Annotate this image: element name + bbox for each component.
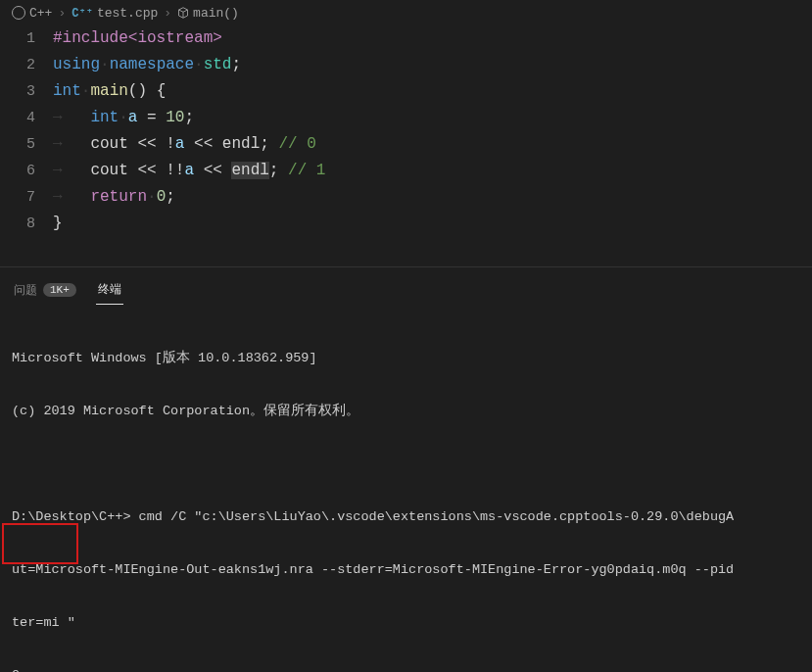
breadcrumb-symbol[interactable]: main() [177,6,239,21]
line-number: 5 [0,131,35,158]
code-line: int·main() { [53,78,812,105]
line-number: 2 [0,52,35,78]
line-number: 7 [0,184,35,211]
line-number: 6 [0,158,35,184]
panel-tabs: 问题 1K+ 终端 [0,273,812,305]
breadcrumb-file[interactable]: C⁺⁺ test.cpp [72,6,158,21]
terminal-line: ut=Microsoft-MIEngine-Out-eakns1wj.nra -… [12,561,800,579]
terminal-line: 0 [12,667,800,672]
line-number: 8 [0,211,35,237]
code-line: #include<iostream> [53,25,812,52]
bottom-panel: 问题 1K+ 终端 Microsoft Windows [版本 10.0.183… [0,266,812,672]
tab-terminal[interactable]: 终端 [96,277,123,305]
tab-terminal-label: 终端 [98,281,121,298]
code-line: → int·a = 10; [53,105,812,131]
tab-problems-label: 问题 [14,282,37,299]
tab-problems[interactable]: 问题 1K+ [12,278,78,305]
code-line: → return·0; [53,184,812,211]
terminal-line [12,456,800,473]
breadcrumb-symbol-label: main() [193,6,239,21]
line-number: 4 [0,105,35,131]
line-number: 1 [0,25,35,52]
chevron-right-icon: › [58,6,66,21]
problems-count-badge: 1K+ [43,283,76,297]
terminal-line: (c) 2019 Microsoft Corporation。保留所有权利。 [12,403,800,420]
terminal-output[interactable]: Microsoft Windows [版本 10.0.18362.959] (c… [0,305,812,672]
terminal-line: ter=mi " [12,614,800,632]
cpp-icon: C⁺⁺ [72,6,93,21]
chevron-right-icon: › [164,6,171,21]
line-number: 3 [0,78,35,105]
code-line: → cout << !a << endl; // 0 [53,131,812,158]
code-line: → cout << !!a << endl; // 1 [53,158,812,184]
circle-icon [12,6,25,20]
breadcrumb-lang-label: C++ [29,6,52,21]
code-content[interactable]: #include<iostream> using·namespace·std; … [53,25,812,237]
line-gutter: 1 2 3 4 5 6 7 8 [0,25,53,237]
cube-icon [177,7,189,19]
breadcrumb-lang[interactable]: C++ [12,6,52,21]
code-line: using·namespace·std; [53,52,812,78]
breadcrumb: C++ › C⁺⁺ test.cpp › main() [0,0,812,25]
highlight-box [2,523,78,564]
terminal-line: Microsoft Windows [版本 10.0.18362.959] [12,350,800,367]
breadcrumb-file-label: test.cpp [97,6,158,21]
code-editor[interactable]: 1 2 3 4 5 6 7 8 #include<iostream> using… [0,25,812,266]
code-line: } [53,211,812,237]
terminal-line: D:\Desktop\C++> cmd /C "c:\Users\LiuYao\… [12,508,800,526]
